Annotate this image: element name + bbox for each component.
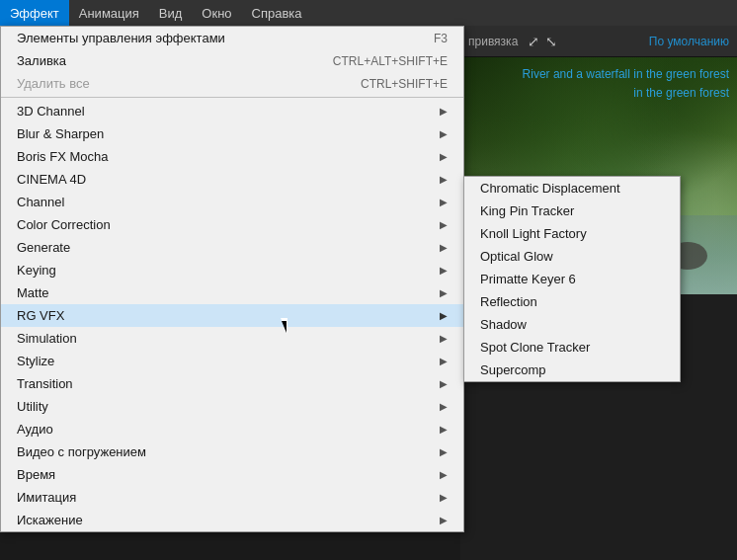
menu-transition[interactable]: Transition ▶ <box>1 372 463 395</box>
submenu-optical-glow[interactable]: Optical Glow <box>464 245 680 268</box>
preview-top-bar: привязка ⤢ ⤡ По умолчанию <box>460 26 737 57</box>
arrow-icon: ▶ <box>440 424 448 435</box>
menu-blur-sharpen[interactable]: Blur & Sharpen ▶ <box>1 122 463 145</box>
menu-3d-channel[interactable]: 3D Channel ▶ <box>1 100 463 122</box>
menu-boris-fx[interactable]: Boris FX Mocha ▶ <box>1 145 463 168</box>
preview-overlay-line1: River and a waterfall in the green fores… <box>523 65 729 84</box>
expand-icon-1[interactable]: ⤢ <box>528 34 539 49</box>
arrow-icon: ▶ <box>440 356 448 366</box>
menu-rg-vfx[interactable]: RG VFX ▶ <box>1 304 463 327</box>
menu-matte[interactable]: Matte ▶ <box>1 281 463 304</box>
menu-audio[interactable]: Аудио ▶ <box>1 418 463 440</box>
submenu-shadow[interactable]: Shadow <box>464 313 680 336</box>
arrow-icon: ▶ <box>440 106 448 117</box>
arrow-icon: ▶ <box>440 265 448 276</box>
arrow-icon: ▶ <box>440 515 448 525</box>
arrow-icon: ▶ <box>440 287 448 298</box>
menu-distort[interactable]: Искажение ▶ <box>1 509 463 531</box>
submenu-spot-clone-tracker[interactable]: Spot Clone Tracker <box>464 336 680 359</box>
submenu-knoll-light-factory[interactable]: Knoll Light Factory <box>464 222 680 245</box>
preview-bind-label: привязка <box>468 35 518 48</box>
menu-fill[interactable]: Заливка CTRL+ALT+SHIFT+E <box>1 49 463 72</box>
arrow-icon: ▶ <box>440 401 448 412</box>
submenu-primatte-keyer[interactable]: Primatte Keyer 6 <box>464 268 680 290</box>
menu-view[interactable]: Вид <box>149 0 193 26</box>
submenu-reflection[interactable]: Reflection <box>464 290 680 313</box>
menu-utility[interactable]: Utility ▶ <box>1 395 463 418</box>
arrow-icon: ▶ <box>440 219 448 230</box>
preview-default-label: По умолчанию <box>649 35 729 48</box>
menu-keying[interactable]: Keying ▶ <box>1 259 463 281</box>
menu-window[interactable]: Окно <box>192 0 241 26</box>
menu-remove-all[interactable]: Удалить все CTRL+SHIFT+E <box>1 72 463 95</box>
arrow-icon: ▶ <box>440 492 448 503</box>
preview-overlay-line2: in the green forest <box>523 84 729 102</box>
menu-stylize[interactable]: Stylize ▶ <box>1 350 463 372</box>
arrow-icon: ▶ <box>440 151 448 162</box>
menubar: Эффект Анимация Вид Окно Справка <box>0 0 737 26</box>
menu-separator-1 <box>1 97 463 98</box>
arrow-icon: ▶ <box>440 469 448 480</box>
arrow-icon: ▶ <box>440 174 448 185</box>
submenu-rg-vfx: Chromatic Displacement King Pin Tracker … <box>463 176 681 382</box>
arrow-icon: ▶ <box>440 197 448 207</box>
menu-color-correction[interactable]: Color Correction ▶ <box>1 213 463 236</box>
submenu-supercomp[interactable]: Supercomp <box>464 359 680 381</box>
arrow-icon: ▶ <box>440 128 448 139</box>
arrow-icon: ▶ <box>440 310 448 321</box>
submenu-chromatic-displacement[interactable]: Chromatic Displacement <box>464 177 680 200</box>
submenu-king-pin-tracker[interactable]: King Pin Tracker <box>464 200 680 222</box>
menu-animation[interactable]: Анимация <box>69 0 149 26</box>
menu-time[interactable]: Время ▶ <box>1 463 463 486</box>
arrow-icon: ▶ <box>440 242 448 253</box>
menu-immersive-video[interactable]: Видео с погружением ▶ <box>1 440 463 463</box>
menu-channel[interactable]: Channel ▶ <box>1 191 463 213</box>
menu-simulation[interactable]: Simulation ▶ <box>1 327 463 350</box>
preview-text-overlay: River and a waterfall in the green fores… <box>523 65 729 102</box>
arrow-icon: ▶ <box>440 446 448 457</box>
dropdown-main: Элементы управления эффектами F3 Заливка… <box>0 26 464 532</box>
menu-effect[interactable]: Эффект <box>0 0 69 26</box>
menu-imitation[interactable]: Имитация ▶ <box>1 486 463 509</box>
arrow-icon: ▶ <box>440 333 448 344</box>
arrow-icon: ▶ <box>440 378 448 389</box>
menu-cinema4d[interactable]: CINEMA 4D ▶ <box>1 168 463 191</box>
menu-effect-controls[interactable]: Элементы управления эффектами F3 <box>1 27 463 49</box>
expand-icon-2[interactable]: ⤡ <box>545 34 557 49</box>
menu-generate[interactable]: Generate ▶ <box>1 236 463 259</box>
menu-help[interactable]: Справка <box>242 0 312 26</box>
